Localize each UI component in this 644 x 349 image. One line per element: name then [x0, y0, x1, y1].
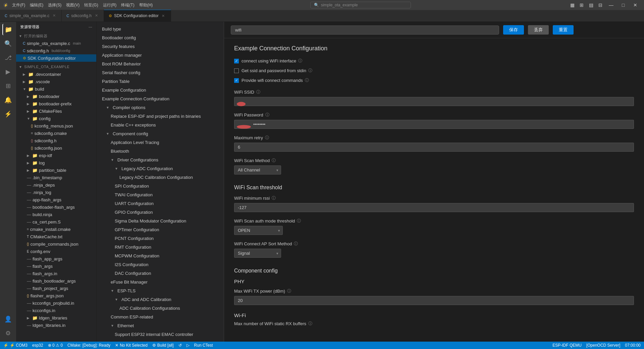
config-cpp-exceptions[interactable]: Enable C++ exceptions: [97, 120, 224, 129]
statusbar-openocd[interactable]: [OpenOCD Server]: [586, 343, 620, 348]
layout-btn-2[interactable]: ⊞: [578, 1, 586, 9]
folder-ldgen-libraries[interactable]: ▶📁 ldgen_libraries: [16, 314, 96, 321]
open-editor-sdkconfig[interactable]: C sdkconfig.h build/config: [16, 47, 96, 54]
folder-vscode[interactable]: ▶📁 .vscode: [16, 78, 96, 85]
info-icon-scan-method[interactable]: ⓘ: [272, 158, 276, 163]
config-legacy-adc[interactable]: ▼ Legacy ADC Configuration: [97, 164, 224, 173]
statusbar-run-ctest[interactable]: Run CTest: [194, 343, 213, 348]
file-kcconfigs-projbuild[interactable]: — kcconfigs_projbuild.in: [16, 299, 96, 307]
statusbar-no-kit[interactable]: ✕ No Kit Selected: [115, 343, 148, 348]
menu-view[interactable]: 视图(V): [66, 2, 79, 8]
wifi-password-input[interactable]: [234, 120, 634, 129]
folder-build[interactable]: ▼📁 build: [16, 85, 96, 93]
tab-close-simple-ota[interactable]: ✕: [51, 13, 57, 18]
wifi-scan-method-select[interactable]: All Channel Fast Scan: [234, 165, 281, 174]
file-flash-args[interactable]: — flash_args: [16, 262, 96, 270]
config-adc-cal-configs[interactable]: ADC Calibration Configurations: [97, 304, 224, 312]
window-maximize[interactable]: □: [618, 1, 629, 9]
file-sdkconfig-cmake[interactable]: = sdkconfig.cmake: [16, 130, 96, 137]
folder-devcontainer[interactable]: ▶📁 .devcontainer: [16, 70, 96, 78]
config-i2s[interactable]: I2S Configuration: [97, 260, 224, 269]
activity-explorer[interactable]: 📁: [2, 24, 14, 35]
config-serial-flasher[interactable]: Serial flasher config: [97, 68, 224, 77]
info-icon-sort[interactable]: ⓘ: [294, 241, 298, 247]
folder-log[interactable]: ▶📁 log: [16, 159, 96, 166]
config-spi-eth[interactable]: Support SPI to Ethernet Module: [97, 339, 224, 342]
info-icon-commands[interactable]: ⓘ: [305, 78, 309, 83]
config-pcnt[interactable]: PCNT Configuration: [97, 234, 224, 243]
activity-run[interactable]: ▶: [2, 66, 14, 78]
file-config-env[interactable]: E config.env: [16, 248, 96, 255]
menu-edit[interactable]: 编辑(E): [30, 2, 43, 8]
statusbar-build[interactable]: ⚙ Build [all]: [152, 343, 174, 348]
info-icon-wifi[interactable]: ⓘ: [298, 58, 302, 64]
config-esp-tls[interactable]: ▼ ESP-TLS: [97, 286, 224, 295]
info-icon-retry[interactable]: ⓘ: [265, 135, 269, 141]
file-bootloader-flash-args[interactable]: — bootloader-flash_args: [16, 203, 96, 211]
config-legacy-adc-cal[interactable]: Legacy ADC Calibration Configuration: [97, 173, 224, 182]
info-icon-tx-power[interactable]: ⓘ: [287, 288, 291, 294]
statusbar-play[interactable]: ▷: [186, 343, 190, 348]
config-adc-cal[interactable]: ▼ ADC and ADC Calibration: [97, 295, 224, 304]
config-app-manager[interactable]: Application manager: [97, 51, 224, 59]
file-ninja-log[interactable]: — .ninja_log: [16, 189, 96, 196]
file-kconfig-menus[interactable]: {} kconfig_menus.json: [16, 122, 96, 130]
config-gptimer[interactable]: GPTimer Configuration: [97, 225, 224, 234]
config-ethernet[interactable]: ▼ Ethernet: [97, 321, 224, 330]
info-icon-min-rssi[interactable]: ⓘ: [272, 195, 276, 201]
config-bootloader[interactable]: Bootloader config: [97, 33, 224, 42]
config-boot-rom[interactable]: Boot ROM Behavior: [97, 59, 224, 68]
sdk-search-input[interactable]: [231, 26, 499, 35]
activity-search[interactable]: 🔍: [2, 38, 14, 49]
config-partition-table[interactable]: Partition Table: [97, 77, 224, 86]
config-rmt[interactable]: RMT Configuration: [97, 243, 224, 251]
file-sdkconfig-h[interactable]: {} sdkconfig.h: [16, 137, 96, 144]
file-flash-args-in[interactable]: — flash_args.in: [16, 270, 96, 277]
file-cmakecache[interactable]: T CMakeCache.txt: [16, 233, 96, 240]
file-compile-commands[interactable]: {} compile_commands.json: [16, 240, 96, 248]
info-icon-password[interactable]: ⓘ: [265, 112, 269, 118]
menu-select[interactable]: 选择(S): [48, 2, 61, 8]
menu-run[interactable]: 运行(R): [103, 2, 117, 8]
activity-extensions[interactable]: ⊞: [2, 80, 14, 92]
checkbox-wifi-interface[interactable]: ✓: [234, 59, 239, 63]
checkbox-ssid-stdin[interactable]: [234, 68, 239, 73]
info-icon-auth[interactable]: ⓘ: [297, 218, 301, 224]
activity-settings[interactable]: ⚙: [2, 328, 14, 339]
file-flash-bootloader-args[interactable]: — flash_bootloader_args: [16, 277, 96, 285]
window-minimize[interactable]: —: [606, 1, 616, 9]
statusbar-errors[interactable]: ⊗ 0 ⚠ 0: [48, 343, 63, 348]
wifi-connect-sort-select[interactable]: Signal Security: [234, 249, 281, 258]
config-gpio[interactable]: GPIO Configuration: [97, 208, 224, 216]
file-ca-cert[interactable]: — ca_cert.pem.S: [16, 218, 96, 226]
layout-btn-4[interactable]: ⊟: [596, 1, 604, 9]
layout-btn-3[interactable]: ▤: [587, 1, 595, 9]
config-dac[interactable]: DAC Configuration: [97, 269, 224, 278]
info-icon-rx-buffers[interactable]: ⓘ: [308, 321, 312, 327]
config-twai[interactable]: TWAI Configuration: [97, 190, 224, 199]
file-flash-app-args[interactable]: — flash_app_args: [16, 255, 96, 262]
config-uart[interactable]: UART Configuration: [97, 199, 224, 208]
tab-sdk-config-editor[interactable]: ⚙ SDK Configuration editor ✕: [104, 10, 171, 21]
folder-cmakefiles[interactable]: ▶📁 CMakeFiles: [16, 107, 96, 115]
config-common-esp[interactable]: Common ESP-related: [97, 312, 224, 321]
statusbar-branch[interactable]: ⚡ ⚡ COM3: [3, 343, 28, 348]
config-spi[interactable]: SPI Configuration: [97, 182, 224, 190]
config-efuse[interactable]: eFuse Bit Manager: [97, 278, 224, 286]
project-header[interactable]: ▼ SIMPLE_OTA_EXAMPLE: [16, 63, 96, 70]
open-editor-simple-ota[interactable]: C simple_ota_example.c main: [16, 40, 96, 47]
config-compiler-options[interactable]: ▼ Compiler options: [97, 103, 224, 112]
folder-partition-table[interactable]: ▶📁 partition_table: [16, 166, 96, 174]
max-retry-input[interactable]: [234, 143, 634, 152]
config-sigma-delta[interactable]: Sigma Delta Modulator Configuration: [97, 216, 224, 225]
max-wifi-tx-input[interactable]: [234, 296, 634, 305]
reset-button[interactable]: 重置: [553, 25, 574, 35]
config-build-type[interactable]: Build type: [97, 24, 224, 33]
menu-help[interactable]: 帮助(H): [139, 2, 153, 8]
activity-idf[interactable]: 🔔: [2, 94, 14, 106]
config-example-config[interactable]: Example Configuration: [97, 86, 224, 94]
folder-bootloader[interactable]: ▶📁 bootloader: [16, 93, 96, 100]
config-emac[interactable]: Support ESP32 internal EMAC controller: [97, 330, 224, 339]
folder-esp-idf[interactable]: ▶📁 esp-idf: [16, 152, 96, 159]
file-kcconfigs-in[interactable]: — kcconfigs.in: [16, 307, 96, 314]
